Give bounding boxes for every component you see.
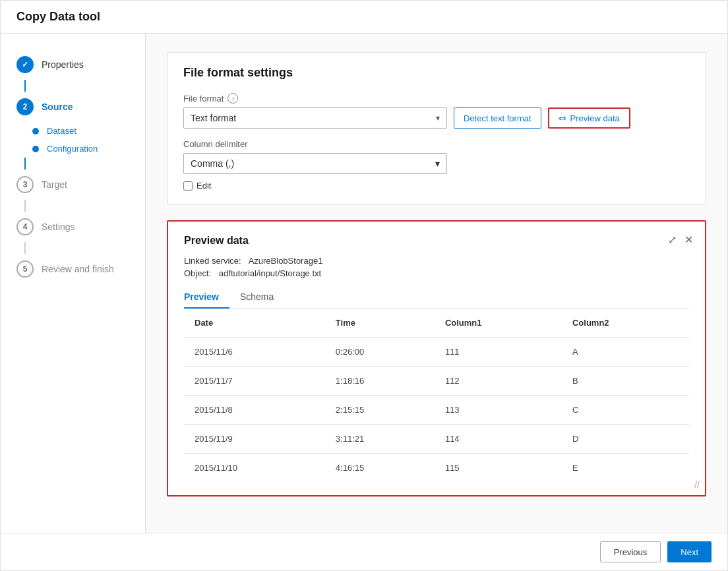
table-cell: 2015/11/6 [184,338,325,367]
sidebar-label-target: Target [42,179,67,190]
expand-icon[interactable]: ⤢ [667,232,678,247]
sidebar-item-settings[interactable]: 4 Settings [1,212,145,242]
table-cell: 111 [435,338,562,367]
link-icon: ⇔ [559,113,566,123]
sidebar-label-dataset: Dataset [47,126,76,136]
main-layout: ✓ Properties 2 Source Dataset Configurat… [1,34,727,533]
table-cell: 112 [435,367,562,396]
sidebar-label-properties: Properties [42,59,84,70]
table-row: 2015/11/60:26:00111A [184,338,689,367]
sub-dot-configuration [32,146,39,152]
step-circle-settings: 4 [16,218,34,235]
step-circle-target: 3 [16,176,34,193]
chevron-down-icon-delimiter: ▾ [435,158,440,169]
table-cell: 3:11:21 [325,425,435,454]
table-row: 2015/11/71:18:16112B [184,367,689,396]
table-cell: 4:16:15 [325,454,435,483]
linked-service-value: AzureBlobStorage1 [249,256,323,266]
file-format-label: File format i [183,93,690,104]
connector-4 [24,242,26,254]
linked-service-info: Linked service: AzureBlobStorage1 [184,256,689,266]
preview-panel-title: Preview data [184,235,689,247]
file-format-settings-panel: File format settings File format i Text … [167,52,706,204]
detect-text-format-button[interactable]: Detect text format [454,107,541,129]
format-row: Text format ▾ Detect text format ⇔ Previ… [183,107,690,129]
table-cell: 2015/11/7 [184,367,325,396]
edit-checkbox[interactable] [183,181,193,191]
delimiter-row: Comma (,) ▾ [183,153,690,174]
object-value: adftutorial/input/Storage.txt [219,268,321,278]
connector-3 [24,200,26,212]
tab-preview[interactable]: Preview [184,286,229,309]
sidebar-item-properties[interactable]: ✓ Properties [1,49,145,80]
col-header-time: Time [325,309,435,338]
table-cell: D [562,425,689,454]
content-area: File format settings File format i Text … [146,34,727,533]
col-header-column1: Column1 [435,309,562,338]
tab-schema[interactable]: Schema [240,286,284,309]
app-container: Copy Data tool ✓ Properties 2 Source Dat… [0,0,728,571]
app-header: Copy Data tool [1,1,727,34]
table-cell: 2015/11/9 [184,425,325,454]
table-row: 2015/11/93:11:21114D [184,425,689,454]
bottom-bar: Previous Next [1,533,727,570]
sub-dot-dataset [32,128,39,135]
table-row: 2015/11/82:15:15113C [184,396,689,425]
table-cell: 114 [435,425,562,454]
sidebar: ✓ Properties 2 Source Dataset Configurat… [1,34,146,533]
sidebar-subitem-dataset[interactable]: Dataset [1,122,145,140]
sidebar-item-target[interactable]: 3 Target [1,169,145,200]
sidebar-label-configuration: Configuration [47,144,98,154]
previous-button[interactable]: Previous [600,541,661,562]
sidebar-subitem-configuration[interactable]: Configuration [1,140,145,158]
table-cell: 2015/11/8 [184,396,325,425]
column-delimiter-dropdown[interactable]: Comma (,) ▾ [183,153,447,174]
table-cell: B [562,367,689,396]
object-label: Object: [184,268,211,278]
table-header-row: Date Time Column1 Column2 [184,309,689,338]
table-cell: 2:15:15 [325,396,435,425]
next-button[interactable]: Next [667,541,712,562]
step-circle-source: 2 [16,98,34,115]
app-title: Copy Data tool [16,10,100,23]
settings-section-title: File format settings [183,66,690,80]
edit-label: Edit [197,181,211,191]
file-format-dropdown[interactable]: Text format ▾ [183,107,447,129]
panel-controls: ⤢ ✕ [667,232,694,247]
connector-1 [24,80,26,92]
sidebar-item-review[interactable]: 5 Review and finish [1,254,145,284]
step-circle-review: 5 [16,260,34,278]
preview-data-panel: ⤢ ✕ Preview data Linked service: AzureBl… [167,220,706,496]
file-format-info-icon[interactable]: i [228,93,238,104]
sidebar-label-review: Review and finish [42,264,114,274]
table-cell: E [562,454,689,483]
sidebar-label-settings: Settings [42,222,75,232]
table-cell: 115 [435,454,562,483]
step-circle-properties: ✓ [16,56,34,73]
table-cell: 2015/11/10 [184,454,325,483]
preview-tabs: Preview Schema [184,286,689,309]
edit-checkbox-row: Edit [183,181,690,191]
table-cell: 0:26:00 [325,338,435,367]
sidebar-label-source: Source [42,102,73,112]
close-icon[interactable]: ✕ [683,232,694,247]
connector-2 [24,158,26,169]
preview-data-button[interactable]: ⇔ Preview data [548,107,630,129]
col-header-column2: Column2 [562,309,689,338]
table-cell: 1:18:16 [325,367,435,396]
table-cell: C [562,396,689,425]
col-header-date: Date [184,309,325,338]
table-cell: A [562,338,689,367]
chevron-down-icon: ▾ [436,113,440,123]
object-info: Object: adftutorial/input/Storage.txt [184,268,689,278]
sidebar-item-source[interactable]: 2 Source [1,92,145,122]
linked-service-label: Linked service: [184,256,241,266]
table-row: 2015/11/104:16:15115E [184,454,689,483]
column-delimiter-label: Column delimiter [183,139,690,149]
table-cell: 113 [435,396,562,425]
resize-handle: // [694,479,700,490]
preview-table: Date Time Column1 Column2 2015/11/60:26:… [184,309,689,482]
